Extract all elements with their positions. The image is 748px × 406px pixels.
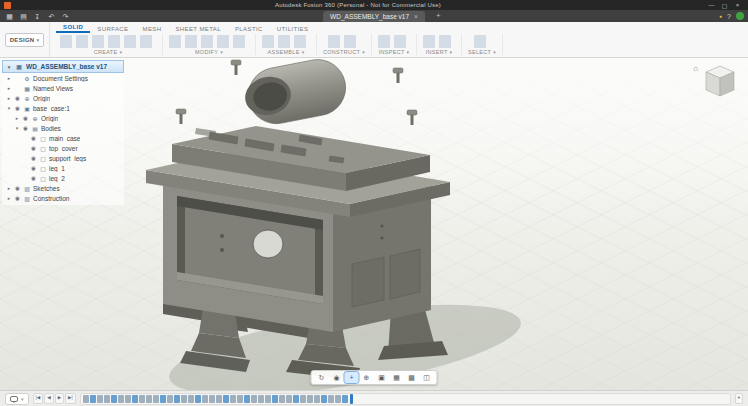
timeline-feature-marker[interactable]: [223, 395, 229, 403]
expand-arrow-icon[interactable]: ▾: [14, 125, 20, 131]
ribbon-tab[interactable]: PLASTIC: [228, 25, 270, 33]
ribbon-group-label[interactable]: MODIFY ▾: [195, 49, 223, 55]
nav-tool-icon[interactable]: ◉: [330, 372, 344, 383]
timeline-feature-marker[interactable]: [118, 395, 124, 403]
timeline-feature-marker[interactable]: [342, 395, 348, 403]
view-cube[interactable]: ⌂: [693, 62, 740, 102]
tool-icons[interactable]: [169, 35, 249, 48]
timeline-feature-marker[interactable]: [209, 395, 215, 403]
timeline-feature-marker[interactable]: [265, 395, 271, 403]
expand-arrow-icon[interactable]: ▸: [6, 85, 12, 91]
nav-tool-icon[interactable]: ▩: [405, 372, 419, 383]
ribbon-tab[interactable]: UTILITIES: [270, 25, 316, 33]
nav-tool-icon[interactable]: +: [345, 372, 359, 383]
nav-tool-icon[interactable]: ▣: [375, 372, 389, 383]
browser-tree-item[interactable]: ▸ ◉ ▥ Sketches: [2, 183, 124, 193]
expand-arrow-icon[interactable]: ▸: [6, 195, 12, 201]
comments-button[interactable]: ▾: [5, 393, 29, 405]
browser-tree-item[interactable]: ▾ ◉ ▣ base_case:1: [2, 103, 124, 113]
timeline-feature-marker[interactable]: [335, 395, 341, 403]
toolbar-icon[interactable]: ▦: [4, 11, 15, 22]
timeline-feature-marker[interactable]: [307, 395, 313, 403]
visibility-eye-icon[interactable]: ◉: [30, 145, 37, 151]
close-button[interactable]: ×: [731, 2, 744, 9]
timeline-feature-marker[interactable]: [90, 395, 96, 403]
timeline-feature-marker[interactable]: [244, 395, 250, 403]
workspace-switcher[interactable]: DESIGN ▾: [0, 22, 50, 57]
timeline-feature-marker[interactable]: [132, 395, 138, 403]
ribbon-group-label[interactable]: INSPECT ▾: [379, 49, 410, 55]
toolbar-icon[interactable]: ▤: [18, 11, 29, 22]
expand-arrow-icon[interactable]: ▾: [6, 105, 12, 111]
timeline-control-button[interactable]: ▶: [55, 393, 64, 404]
timeline-feature-marker[interactable]: [216, 395, 222, 403]
visibility-eye-icon[interactable]: ◉: [22, 125, 29, 131]
browser-tree-item[interactable]: ▸ ◉ ⊕ Origin: [2, 113, 124, 123]
timeline-feature-marker[interactable]: [237, 395, 243, 403]
timeline-feature-marker[interactable]: [258, 395, 264, 403]
nav-tool-icon[interactable]: ⊕: [360, 372, 374, 383]
browser-tree-item[interactable]: ▸ ▦ Named Views: [2, 83, 124, 93]
view-cube-faces[interactable]: [700, 62, 740, 102]
browser-tree-item[interactable]: ▸ ⚙ Document Settings: [2, 73, 124, 83]
timeline-feature-marker[interactable]: [279, 395, 285, 403]
timeline-control-button[interactable]: ◀: [44, 393, 53, 404]
tool-icons[interactable]: [60, 35, 156, 48]
avatar[interactable]: [736, 12, 744, 20]
new-tab-button[interactable]: +: [436, 11, 441, 20]
visibility-eye-icon[interactable]: ◉: [14, 195, 21, 201]
visibility-eye-icon[interactable]: ◉: [14, 185, 21, 191]
timeline-feature-marker[interactable]: [167, 395, 173, 403]
browser-tree-item[interactable]: ◉ ▢ main_case: [2, 133, 124, 143]
timeline-feature-marker[interactable]: [328, 395, 334, 403]
tool-icons[interactable]: [328, 35, 360, 48]
timeline-feature-marker[interactable]: [174, 395, 180, 403]
visibility-eye-icon[interactable]: ◉: [30, 175, 37, 181]
ribbon-group-label[interactable]: ASSEMBLE ▾: [268, 49, 305, 55]
ribbon-group-label[interactable]: CONSTRUCT ▾: [323, 49, 365, 55]
minimize-button[interactable]: —: [705, 2, 718, 9]
ribbon-tab[interactable]: SOLID: [56, 23, 90, 33]
timeline-feature-marker[interactable]: [160, 395, 166, 403]
timeline-feature-marker[interactable]: [153, 395, 159, 403]
toolbar-icon[interactable]: ↧: [32, 11, 43, 22]
nav-tool-icon[interactable]: ↻: [315, 372, 329, 383]
timeline-feature-marker[interactable]: [146, 395, 152, 403]
expand-arrow-icon[interactable]: ▸: [6, 95, 12, 101]
browser-tree-item[interactable]: ◉ ▢ top_cover: [2, 143, 124, 153]
timeline-track[interactable]: [80, 393, 731, 405]
browser-tree-item[interactable]: ▾ ◉ ▤ Bodies: [2, 123, 124, 133]
timeline-feature-marker[interactable]: [314, 395, 320, 403]
browser-tree-item[interactable]: ▸ ◉ ⊕ Origin: [2, 93, 124, 103]
timeline-control-button[interactable]: |◀: [33, 393, 44, 404]
tool-icons[interactable]: [262, 35, 310, 48]
toolbar-icon[interactable]: ↷: [60, 11, 71, 22]
tool-icons[interactable]: [378, 35, 410, 48]
expand-arrow-icon[interactable]: ▸: [14, 115, 20, 121]
ribbon-tab[interactable]: SURFACE: [90, 25, 135, 33]
maximize-button[interactable]: ▢: [718, 2, 731, 9]
document-tab[interactable]: WD_ASSEMBLY_base v17 ×: [323, 11, 425, 22]
timeline-feature-marker[interactable]: [111, 395, 117, 403]
timeline-feature-marker[interactable]: [125, 395, 131, 403]
timeline-feature-marker[interactable]: [286, 395, 292, 403]
nav-tool-icon[interactable]: ▦: [390, 372, 404, 383]
visibility-eye-icon[interactable]: ◉: [30, 165, 37, 171]
timeline-feature-marker[interactable]: [104, 395, 110, 403]
visibility-eye-icon[interactable]: ◉: [30, 135, 37, 141]
ribbon-group-label[interactable]: SELECT ▾: [468, 49, 496, 55]
expand-arrow-icon[interactable]: ▾: [6, 64, 12, 70]
browser-tree-item[interactable]: ◉ ▢ support_legs: [2, 153, 124, 163]
visibility-eye-icon[interactable]: ◉: [14, 95, 21, 101]
toolbar-icon[interactable]: ↶: [46, 11, 57, 22]
browser-root-node[interactable]: ▾ ▣ WD_ASSEMBLY_base v17: [2, 60, 124, 73]
visibility-eye-icon[interactable]: ◉: [30, 155, 37, 161]
expand-arrow-icon[interactable]: ▸: [6, 185, 12, 191]
close-tab-icon[interactable]: ×: [414, 13, 418, 20]
tool-icons[interactable]: [423, 35, 455, 48]
timeline-feature-marker[interactable]: [230, 395, 236, 403]
tool-icons[interactable]: [474, 35, 490, 48]
timeline-feature-marker[interactable]: [293, 395, 299, 403]
visibility-eye-icon[interactable]: ◉: [22, 115, 29, 121]
ribbon-tab[interactable]: SHEET METAL: [168, 25, 228, 33]
